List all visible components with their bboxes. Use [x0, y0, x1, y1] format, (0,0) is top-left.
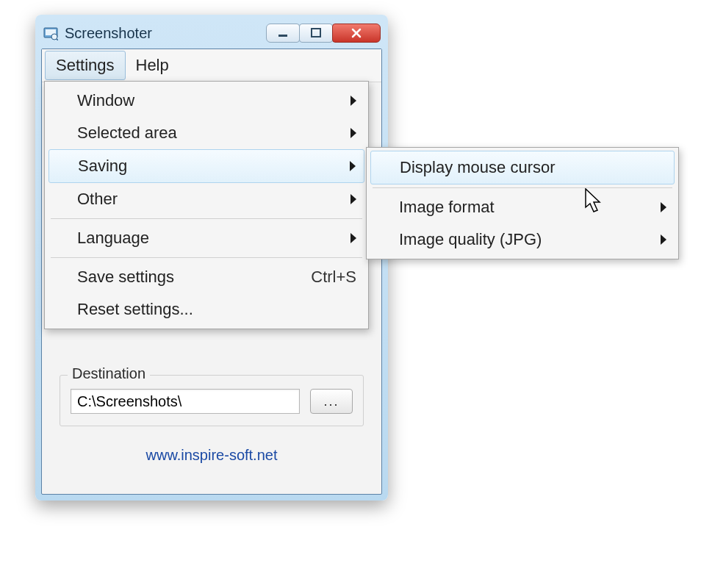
submenu-arrow-icon — [350, 128, 356, 138]
menu-window[interactable]: Window — [46, 85, 367, 117]
titlebar[interactable]: Screenshoter — [41, 21, 382, 49]
minimize-button[interactable] — [266, 24, 300, 43]
window-title: Screenshoter — [65, 25, 267, 42]
menu-language-label: Language — [77, 229, 350, 248]
menu-language[interactable]: Language — [46, 222, 367, 254]
window-controls — [267, 24, 381, 43]
maximize-button[interactable] — [299, 24, 333, 43]
maximize-icon — [311, 28, 321, 38]
menu-saving-label: Saving — [78, 157, 350, 176]
submenu-image-format-label: Image format — [399, 198, 661, 217]
submenu-arrow-icon — [661, 202, 666, 212]
menu-selected-area-label: Selected area — [77, 123, 350, 143]
menu-saving[interactable]: Saving — [48, 149, 364, 183]
destination-path-input[interactable] — [71, 389, 300, 414]
submenu-display-cursor-label: Display mouse cursor — [400, 158, 666, 177]
menu-other-label: Other — [77, 190, 350, 209]
minimize-icon — [278, 28, 288, 38]
footer-link[interactable]: www.inspire-soft.net — [60, 447, 364, 464]
menu-settings[interactable]: Settings — [45, 51, 126, 80]
menu-save-settings-label: Save settings — [77, 268, 311, 287]
menu-window-label: Window — [77, 91, 350, 110]
submenu-arrow-icon — [350, 96, 356, 106]
svg-rect-5 — [312, 29, 320, 37]
menu-reset-settings-label: Reset settings... — [77, 300, 356, 319]
submenu-arrow-icon — [350, 233, 356, 243]
svg-line-3 — [57, 39, 58, 40]
close-button[interactable] — [332, 24, 381, 43]
saving-submenu: Display mouse cursor Image format Image … — [366, 147, 679, 259]
settings-dropdown: Window Selected area Saving Other Langua… — [44, 81, 369, 329]
submenu-image-quality-label: Image quality (JPG) — [399, 230, 661, 249]
destination-legend: Destination — [68, 365, 150, 382]
submenu-display-cursor[interactable]: Display mouse cursor — [370, 151, 675, 184]
app-icon — [43, 25, 59, 41]
submenu-image-format[interactable]: Image format — [368, 191, 677, 223]
menu-separator — [51, 218, 362, 219]
menu-save-settings-accel: Ctrl+S — [311, 268, 356, 287]
menu-reset-settings[interactable]: Reset settings... — [46, 293, 367, 326]
menu-other[interactable]: Other — [46, 183, 367, 215]
submenu-image-quality[interactable]: Image quality (JPG) — [368, 223, 677, 256]
menu-separator — [51, 257, 362, 258]
menu-separator — [373, 187, 672, 188]
menu-save-settings[interactable]: Save settings Ctrl+S — [46, 261, 367, 293]
menu-help[interactable]: Help — [126, 51, 179, 79]
close-icon — [350, 27, 362, 39]
menubar: Settings Help — [42, 49, 381, 82]
submenu-arrow-icon — [661, 234, 666, 245]
browse-button[interactable]: ... — [310, 389, 353, 414]
svg-rect-4 — [278, 35, 287, 37]
destination-group: Destination ... — [60, 375, 364, 426]
submenu-arrow-icon — [350, 194, 356, 204]
svg-point-2 — [51, 34, 57, 40]
submenu-arrow-icon — [350, 161, 356, 171]
menu-selected-area[interactable]: Selected area — [46, 117, 367, 149]
